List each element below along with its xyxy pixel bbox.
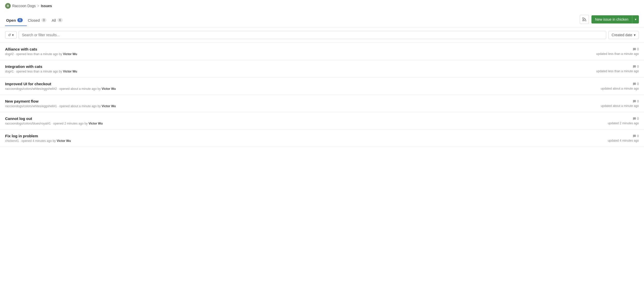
issue-row[interactable]: Integration with cats dog#1 · opened les… bbox=[0, 60, 644, 78]
issue-title: Alliance with cats bbox=[5, 47, 588, 51]
breadcrumb: R Raccoon Dogs > Issues bbox=[0, 0, 644, 12]
issue-right: 0 updated 2 minutes ago bbox=[588, 117, 639, 125]
tab-open-badge: 6 bbox=[17, 18, 23, 22]
update-time: updated less than a minute ago bbox=[596, 69, 639, 73]
comment-icon bbox=[633, 65, 636, 68]
issue-ref: raccoondogs/colors/whites/eggshell#1 bbox=[5, 104, 57, 108]
issue-ref: chicken#1 bbox=[5, 139, 19, 143]
issue-row[interactable]: Cannot log out raccoondogs/colors/blues/… bbox=[0, 112, 644, 130]
comment-count: 0 bbox=[633, 134, 639, 138]
update-time: updated less than a minute ago bbox=[596, 52, 639, 56]
issue-left: New payment flow raccoondogs/colors/whit… bbox=[5, 99, 588, 108]
issues-list: Alliance with cats dog#2 · opened less t… bbox=[0, 43, 644, 147]
avatar: R bbox=[5, 3, 11, 9]
comment-count: 0 bbox=[633, 117, 639, 120]
comment-icon bbox=[633, 117, 636, 120]
comment-icon bbox=[633, 134, 636, 138]
issue-right: 0 updated less than a minute ago bbox=[588, 65, 639, 73]
sort-label: Created date bbox=[612, 33, 632, 37]
svg-point-0 bbox=[583, 20, 584, 21]
issue-ref: dog#2 bbox=[5, 52, 14, 56]
update-time: updated 2 minutes ago bbox=[608, 121, 639, 125]
new-issue-button[interactable]: New issue in chicken ▾ bbox=[591, 15, 639, 23]
reset-icon: ↺ bbox=[8, 33, 11, 37]
rss-button[interactable] bbox=[580, 15, 589, 24]
issue-ref: raccoondogs/colors/blues/royal#1 bbox=[5, 122, 51, 125]
issue-author: Victor Wu bbox=[102, 87, 116, 91]
issue-meta: raccoondogs/colors/whites/eggshell#1 · o… bbox=[5, 104, 588, 108]
issue-left: Cannot log out raccoondogs/colors/blues/… bbox=[5, 116, 588, 125]
comment-icon bbox=[633, 100, 636, 103]
comment-icon bbox=[633, 82, 636, 86]
issue-author: Victor Wu bbox=[89, 122, 103, 125]
tab-all[interactable]: All 6 bbox=[51, 16, 67, 26]
comment-number: 0 bbox=[637, 99, 639, 103]
comment-count: 0 bbox=[633, 47, 639, 51]
tab-all-badge: 6 bbox=[57, 18, 63, 22]
issue-author: Victor Wu bbox=[57, 139, 71, 143]
rss-icon bbox=[582, 17, 586, 21]
comment-number: 0 bbox=[637, 134, 639, 138]
breadcrumb-separator: > bbox=[37, 4, 39, 8]
tabs-bar: Open 6 Closed 0 All 6 New issue in chick… bbox=[0, 12, 644, 27]
comment-count: 0 bbox=[633, 82, 639, 86]
tab-open[interactable]: Open 6 bbox=[5, 16, 27, 26]
issue-meta: chicken#1 · opened 4 minutes ago by Vict… bbox=[5, 139, 588, 143]
sort-button[interactable]: Created date ▾ bbox=[608, 31, 639, 39]
issue-right: 0 updated 4 minutes ago bbox=[588, 134, 639, 142]
tabs-right: New issue in chicken ▾ bbox=[580, 15, 639, 27]
issue-left: Improved UI for checkout raccoondogs/col… bbox=[5, 82, 588, 91]
issue-left: Fix log in problem chicken#1 · opened 4 … bbox=[5, 134, 588, 143]
issue-author: Victor Wu bbox=[63, 52, 77, 56]
new-issue-arrow[interactable]: ▾ bbox=[632, 16, 639, 23]
issue-meta-text: · opened about a minute ago by bbox=[58, 87, 102, 91]
comment-number: 0 bbox=[637, 47, 639, 51]
issue-ref: raccoondogs/colors/whites/eggshell#2 bbox=[5, 87, 57, 91]
issue-left: Integration with cats dog#1 · opened les… bbox=[5, 64, 588, 73]
issue-author: Victor Wu bbox=[63, 70, 77, 73]
issue-title: New payment flow bbox=[5, 99, 588, 103]
tab-closed-label: Closed bbox=[28, 18, 40, 22]
filter-bar: ↺ ▾ Created date ▾ bbox=[0, 27, 644, 43]
issue-right: 0 updated less than a minute ago bbox=[588, 47, 639, 56]
tab-open-label: Open bbox=[6, 18, 16, 22]
comment-count: 0 bbox=[633, 99, 639, 103]
issue-title: Fix log in problem bbox=[5, 134, 588, 138]
issue-title: Integration with cats bbox=[5, 64, 588, 69]
comment-number: 0 bbox=[637, 117, 639, 120]
issue-meta-text: · opened less than a minute ago by bbox=[15, 70, 63, 73]
tab-closed[interactable]: Closed 0 bbox=[27, 16, 51, 26]
issue-title: Cannot log out bbox=[5, 116, 588, 121]
issue-meta: dog#2 · opened less than a minute ago by… bbox=[5, 52, 588, 56]
issue-meta: raccoondogs/colors/blues/royal#1 · opene… bbox=[5, 122, 588, 125]
tab-closed-badge: 0 bbox=[41, 18, 47, 22]
issue-meta: dog#1 · opened less than a minute ago by… bbox=[5, 70, 588, 73]
tabs-left: Open 6 Closed 0 All 6 bbox=[5, 16, 67, 26]
issue-meta: raccoondogs/colors/whites/eggshell#2 · o… bbox=[5, 87, 588, 91]
issue-row[interactable]: Improved UI for checkout raccoondogs/col… bbox=[0, 78, 644, 95]
filter-reset-button[interactable]: ↺ ▾ bbox=[5, 31, 17, 39]
sort-arrow: ▾ bbox=[634, 33, 636, 37]
issue-meta-text: · opened 4 minutes ago by bbox=[20, 139, 57, 143]
issue-left: Alliance with cats dog#2 · opened less t… bbox=[5, 47, 588, 56]
issue-row[interactable]: New payment flow raccoondogs/colors/whit… bbox=[0, 95, 644, 112]
reset-arrow: ▾ bbox=[12, 33, 14, 37]
issue-title: Improved UI for checkout bbox=[5, 82, 588, 86]
issue-right: 0 updated about a minute ago bbox=[588, 99, 639, 108]
update-time: updated about a minute ago bbox=[601, 104, 639, 108]
issue-ref: dog#1 bbox=[5, 70, 14, 73]
issue-meta-text: · opened about a minute ago by bbox=[58, 104, 102, 108]
tab-all-label: All bbox=[52, 18, 56, 22]
issue-meta-text: · opened 2 minutes ago by bbox=[52, 122, 89, 125]
issue-author: Victor Wu bbox=[102, 104, 116, 108]
issue-row[interactable]: Alliance with cats dog#2 · opened less t… bbox=[0, 43, 644, 60]
issue-meta-text: · opened less than a minute ago by bbox=[15, 52, 63, 56]
comment-number: 0 bbox=[637, 82, 639, 86]
comment-count: 0 bbox=[633, 65, 639, 68]
issue-row[interactable]: Fix log in problem chicken#1 · opened 4 … bbox=[0, 130, 644, 147]
comment-number: 0 bbox=[637, 65, 639, 68]
org-name[interactable]: Raccoon Dogs bbox=[12, 4, 36, 8]
issue-right: 0 updated about a minute ago bbox=[588, 82, 639, 90]
update-time: updated 4 minutes ago bbox=[608, 139, 639, 142]
search-input[interactable] bbox=[19, 31, 606, 39]
